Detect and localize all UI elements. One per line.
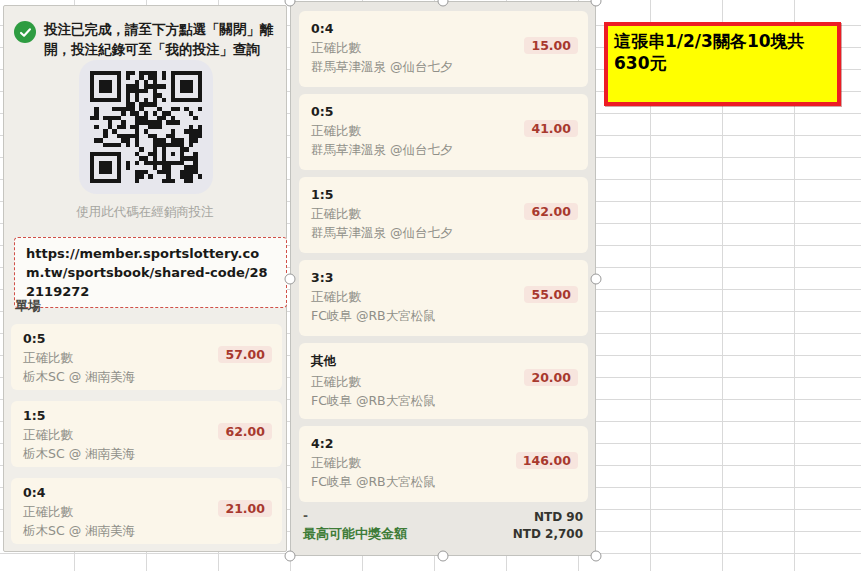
- bet-card: 4:2 正確比數 FC岐阜 @RB大宮松鼠 146.00: [299, 426, 588, 502]
- annotation-note-text: 這張串1/2/3關各10塊共630元: [608, 26, 837, 78]
- bet-pick: 0:4: [311, 21, 576, 36]
- bet-card: 0:4 正確比數 群馬草津溫泉 @仙台七夕 15.00: [299, 11, 588, 87]
- bet-odds-badge: 15.00: [524, 37, 578, 54]
- selection-handle[interactable]: [285, 274, 296, 285]
- stake-amount: NTD 90: [513, 509, 583, 526]
- bet-list-right: 0:4 正確比數 群馬草津溫泉 @仙台七夕 15.00 0:5 正確比數 群馬草…: [299, 11, 588, 502]
- bet-pick: 1:5: [23, 408, 270, 423]
- annotation-note[interactable]: 這張串1/2/3關各10塊共630元: [604, 22, 841, 106]
- bet-slip-panel-left[interactable]: 投注已完成，請至下方點選「關閉」離開，投注紀錄可至「我的投注」查詢 使用此代碼在…: [3, 5, 287, 552]
- bet-pick: 0:5: [311, 104, 576, 119]
- bet-card: 3:3 正確比數 FC岐阜 @RB大宮松鼠 55.00: [299, 260, 588, 336]
- bet-match-teams: FC岐阜 @RB大宮松鼠: [311, 472, 576, 491]
- section-title-single: 單場: [15, 297, 41, 315]
- selection-handle[interactable]: [285, 551, 296, 562]
- bet-slip-panel-right[interactable]: 0:4 正確比數 群馬草津溫泉 @仙台七夕 15.00 0:5 正確比數 群馬草…: [290, 1, 596, 556]
- bet-odds-badge: 21.00: [218, 500, 272, 517]
- success-check-icon: [14, 21, 36, 43]
- bet-odds-badge: 57.00: [218, 346, 272, 363]
- qr-caption: 使用此代碼在經銷商投注: [4, 204, 286, 221]
- bet-card: 1:5 正確比數 栃木SC @ 湘南美海 62.00: [11, 401, 282, 467]
- bet-pick: 3:3: [311, 270, 576, 285]
- bet-pick: 其他: [311, 353, 576, 370]
- confirmation-header: 投注已完成，請至下方點選「關閉」離開，投注紀錄可至「我的投注」查詢: [14, 19, 280, 59]
- selection-handle[interactable]: [591, 551, 602, 562]
- bet-odds-badge: 41.00: [524, 120, 578, 137]
- bet-match-teams: 栃木SC @ 湘南美海: [23, 521, 270, 540]
- bet-odds-badge: 20.00: [524, 369, 578, 386]
- qr-code: [79, 60, 213, 194]
- spreadsheet-canvas: 投注已完成，請至下方點選「關閉」離開，投注紀錄可至「我的投注」查詢 使用此代碼在…: [0, 0, 861, 571]
- bet-match-teams: 栃木SC @ 湘南美海: [23, 444, 270, 463]
- bet-pick: 4:2: [311, 436, 576, 451]
- bet-match-teams: 栃木SC @ 湘南美海: [23, 367, 270, 386]
- bet-match-teams: FC岐阜 @RB大宮松鼠: [311, 306, 576, 325]
- max-win-amount: NTD 2,700: [513, 526, 583, 543]
- bet-pick: 0:5: [23, 331, 270, 346]
- bet-list-left: 0:5 正確比數 栃木SC @ 湘南美海 57.00 1:5 正確比數 栃木SC…: [11, 324, 282, 544]
- selection-handle[interactable]: [438, 551, 449, 562]
- bet-odds-badge: 62.00: [218, 423, 272, 440]
- bet-odds-badge: 55.00: [524, 286, 578, 303]
- summary-dash: -: [303, 509, 407, 523]
- confirmation-message: 投注已完成，請至下方點選「關閉」離開，投注紀錄可至「我的投注」查詢: [44, 19, 280, 59]
- bet-card: 0:5 正確比數 群馬草津溫泉 @仙台七夕 41.00: [299, 94, 588, 170]
- max-win-label: 最高可能中獎金額: [303, 525, 407, 543]
- bet-match-teams: FC岐阜 @RB大宮松鼠: [311, 391, 576, 410]
- bet-pick: 1:5: [311, 187, 576, 202]
- bet-match-teams: 群馬草津溫泉 @仙台七夕: [311, 140, 576, 159]
- slip-summary: - 最高可能中獎金額 NTD 90 NTD 2,700: [291, 503, 595, 555]
- bet-odds-badge: 62.00: [524, 203, 578, 220]
- bet-odds-badge: 146.00: [516, 452, 578, 469]
- bet-card: 0:5 正確比數 栃木SC @ 湘南美海 57.00: [11, 324, 282, 390]
- bet-card: 其他 正確比數 FC岐阜 @RB大宮松鼠 20.00: [299, 343, 588, 419]
- bet-match-teams: 群馬草津溫泉 @仙台七夕: [311, 57, 576, 76]
- bet-pick: 0:4: [23, 485, 270, 500]
- selection-handle[interactable]: [591, 274, 602, 285]
- bet-match-teams: 群馬草津溫泉 @仙台七夕: [311, 223, 576, 242]
- bet-card: 1:5 正確比數 群馬草津溫泉 @仙台七夕 62.00: [299, 177, 588, 253]
- share-url-link[interactable]: https://member.sportslottery.com.tw/spor…: [14, 237, 287, 308]
- bet-card: 0:4 正確比數 栃木SC @ 湘南美海 21.00: [11, 478, 282, 544]
